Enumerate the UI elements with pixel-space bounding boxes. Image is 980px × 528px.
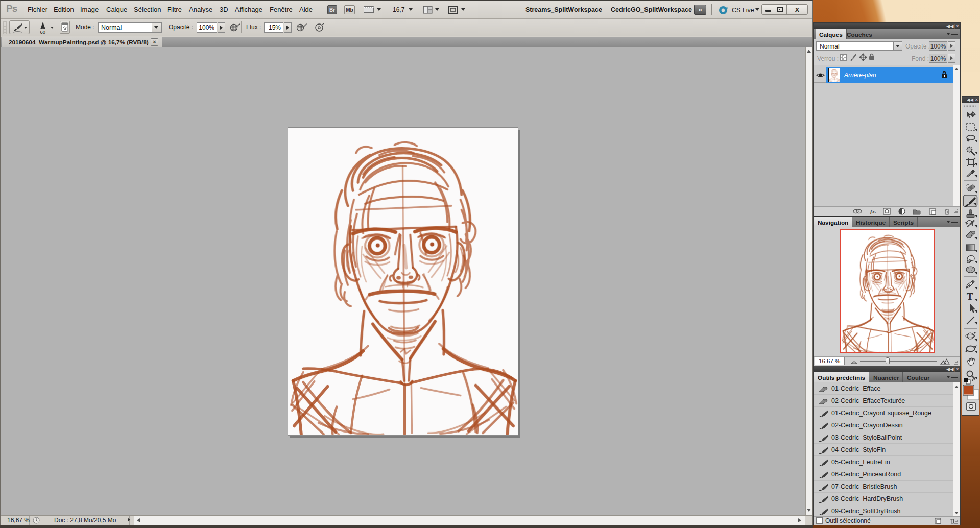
svg-text:60: 60 bbox=[40, 29, 46, 34]
svg-text:fx.: fx. bbox=[870, 208, 876, 214]
svg-text:T: T bbox=[967, 291, 973, 302]
